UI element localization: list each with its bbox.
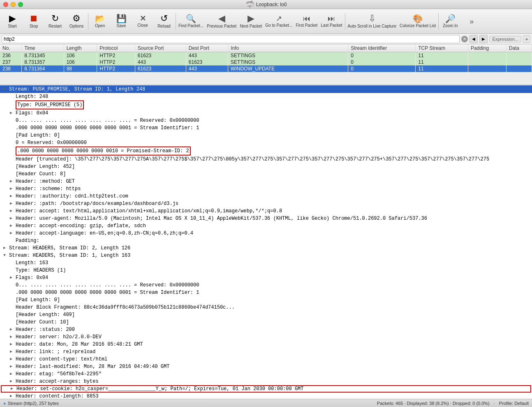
- open-icon: 📂: [95, 14, 105, 23]
- detail-text: Header: :status: 200: [16, 326, 75, 333]
- restart-label: Restart: [49, 24, 62, 28]
- expand-arrow: ▶: [10, 230, 16, 237]
- stop-button[interactable]: ⏹ Stop: [23, 10, 44, 33]
- table-row[interactable]: 2368.731345106HTTP261623443SETTINGS011: [0, 52, 532, 59]
- start-button[interactable]: ▶ Start: [2, 10, 23, 33]
- detail-line[interactable]: ▶Header: accept: text/html,application/x…: [0, 207, 532, 215]
- detail-line[interactable]: [Pad Length: 0]: [0, 132, 532, 139]
- detail-line[interactable]: [Header Count: 8]: [0, 170, 532, 178]
- col-protocol: Protocol: [97, 44, 135, 52]
- zoom-in-button[interactable]: 🔎 Zoom In: [439, 10, 461, 33]
- goto-packet-button[interactable]: ↗ Go to Packet...: [264, 10, 294, 33]
- detail-line[interactable]: ▶Header: server: h2o/2.0.0-DEV: [0, 333, 532, 341]
- options-icon: ⚙: [72, 14, 81, 23]
- last-packet-button[interactable]: ⏭ Last Packet: [319, 10, 344, 33]
- detail-scroll[interactable]: ▼ Stream: PUSH_PROMISE, Stream ID: 1, Le…: [0, 86, 532, 399]
- detail-line[interactable]: ▶Header: :scheme: https: [0, 185, 532, 193]
- detail-line[interactable]: ▶Header: set-cookie: h2o_casper=________…: [1, 385, 531, 393]
- detail-line[interactable]: ▶Header: accept-language: en-US,en;q=0.8…: [0, 230, 532, 237]
- more-button[interactable]: »: [461, 10, 482, 33]
- expand-arrow: ▶: [10, 222, 16, 230]
- detail-text: [Header Length: 452]: [16, 163, 75, 170]
- status-protocol: Stream (http2), 257 bytes: [8, 401, 59, 406]
- detail-line[interactable]: [Header Length: 409]: [0, 311, 532, 319]
- expand-arrow: ▶: [10, 363, 16, 370]
- find-packet-button[interactable]: 🔍 Find Packet...: [177, 10, 205, 33]
- detail-line[interactable]: ▶Header: :path: /bootstrap/docs/examples…: [0, 200, 532, 207]
- detail-line[interactable]: ▶Header: accept-ranges: bytes: [0, 378, 532, 385]
- detail-line[interactable]: ▶Header: :method: GET: [0, 178, 532, 185]
- detail-text: Header: :authority: cdn1.http2test.com: [16, 193, 128, 200]
- table-row[interactable]: 2388.73136498HTTP261623443WINDOW_UPDATE0…: [0, 65, 532, 72]
- detail-line[interactable]: ▶Flags: 0x04: [0, 109, 532, 117]
- detail-text: Flags: 0x04: [16, 274, 48, 281]
- window-title: 🦈 Loopback: lo0: [245, 0, 287, 9]
- save-button[interactable]: 💾 Save: [111, 10, 132, 33]
- more-icon: »: [470, 18, 474, 25]
- detail-line[interactable]: .000 0000 0000 0000 0000 0000 0000 0001 …: [0, 289, 532, 296]
- close-window-button[interactable]: [3, 2, 8, 7]
- expand-arrow: ▶: [3, 244, 9, 252]
- detail-line[interactable]: Type: HEADERS (1): [0, 267, 532, 274]
- expression-button[interactable]: Expression...: [489, 36, 521, 42]
- detail-line[interactable]: .000 0000 0000 0000 0000 0000 0000 0001 …: [0, 124, 532, 132]
- previous-packet-button[interactable]: ◀ Previous Packet: [205, 10, 238, 33]
- detail-line[interactable]: 0... .... .... .... .... .... .... .... …: [0, 117, 532, 124]
- detail-line[interactable]: Length: 248: [0, 93, 532, 100]
- expand-arrow: ▶: [10, 393, 16, 399]
- detail-line[interactable]: ▶Header: last-modified: Mon, 28 Mar 2016…: [0, 363, 532, 370]
- options-button[interactable]: ⚙ Options: [66, 10, 87, 33]
- detail-line[interactable]: [Header Length: 452]: [0, 163, 532, 170]
- status-ready-icon: ●: [3, 401, 6, 406]
- detail-line[interactable]: ▶Header: :authority: cdn1.http2test.com: [0, 193, 532, 200]
- detail-text: 0... .... .... .... .... .... .... .... …: [16, 281, 199, 289]
- expand-arrow: ▶: [10, 200, 16, 207]
- filter-arrow-left[interactable]: ◀: [470, 35, 478, 43]
- detail-line[interactable]: ▶Header: content-length: 8853: [0, 393, 532, 399]
- packet-list[interactable]: No. Time Length Protocol Source Port Des…: [0, 44, 532, 86]
- restart-button[interactable]: ↻ Restart: [44, 10, 66, 33]
- first-icon: ⏮: [303, 15, 310, 22]
- detail-text: Flags: 0x04: [16, 109, 48, 117]
- detail-line[interactable]: ▶Header: link: ; rel=preload: [0, 348, 532, 356]
- detail-line[interactable]: ▶Header: accept-encoding: gzip, deflate,…: [0, 222, 532, 230]
- detail-line[interactable]: ▶Header: date: Mon, 28 Mar 2016 05:48:21…: [0, 341, 532, 348]
- detail-line[interactable]: ▼Stream: HEADERS, Stream ID: 1, Length 1…: [0, 252, 532, 259]
- detail-line[interactable]: ▶Header: :status: 200: [0, 326, 532, 333]
- maximize-window-button[interactable]: [18, 2, 23, 7]
- colorize-button[interactable]: 🎨 Colorize Packet List: [398, 10, 437, 33]
- detail-line[interactable]: 0 = Reserved: 0x00000000: [0, 139, 532, 147]
- detail-line[interactable]: 0... .... .... .... .... .... .... .... …: [0, 281, 532, 289]
- detail-line[interactable]: Type: PUSH_PROMISE (5): [0, 100, 532, 109]
- autoscroll-button[interactable]: ⇩ Auto Scroll in Live Capture: [346, 10, 398, 33]
- filter-input[interactable]: [2, 35, 460, 43]
- table-header-row: No. Time Length Protocol Source Port Des…: [0, 44, 532, 52]
- minimize-window-button[interactable]: [11, 2, 16, 7]
- next-packet-button[interactable]: ▶ Next Packet: [238, 10, 264, 33]
- detail-line[interactable]: Header Block Fragment: 88c4c36da9fff8c46…: [0, 304, 532, 311]
- filter-clear-button[interactable]: ✕: [461, 36, 468, 42]
- close-capture-button[interactable]: ✕ Close: [132, 10, 153, 33]
- add-filter-button[interactable]: +: [523, 35, 530, 43]
- detail-line[interactable]: ▶Stream: HEADERS, Stream ID: 2, Length 1…: [0, 244, 532, 252]
- detail-line[interactable]: ▶Header: etag: "56f8b7e4-2295": [0, 370, 532, 378]
- detail-line[interactable]: Header [truncated]: \357\277\275\357\277…: [0, 156, 532, 163]
- detail-line[interactable]: [Pad Length: 0]: [0, 296, 532, 304]
- detail-line[interactable]: ▶Header: user-agent: Mozilla/5.0 (Macint…: [0, 215, 532, 222]
- detail-text: 0 = Reserved: 0x00000000: [16, 139, 87, 147]
- open-button[interactable]: 📂 Open: [89, 10, 111, 33]
- detail-line[interactable]: ▶Header: content-type: text/html: [0, 356, 532, 363]
- stream-header[interactable]: ▼ Stream: PUSH_PROMISE, Stream ID: 1, Le…: [0, 86, 532, 93]
- reload-button[interactable]: ↺ Reload: [153, 10, 175, 33]
- window-controls[interactable]: [3, 2, 23, 7]
- detail-line[interactable]: ▶Flags: 0x04: [0, 274, 532, 281]
- detail-line[interactable]: .000 0000 0000 0000 0000 0000 0010 = Pro…: [0, 147, 532, 156]
- detail-line[interactable]: Length: 163: [0, 259, 532, 267]
- first-packet-button[interactable]: ⏮ First Packet: [294, 10, 319, 33]
- open-label: Open: [95, 23, 105, 28]
- detail-line[interactable]: Padding:: [0, 237, 532, 244]
- table-row[interactable]: 2378.731357106HTTP244361623SETTINGS011: [0, 59, 532, 65]
- filter-arrow-right[interactable]: ▶: [479, 35, 488, 43]
- detail-text: Header: content-length: 8853: [16, 393, 99, 399]
- detail-line[interactable]: [Header Count: 10]: [0, 319, 532, 326]
